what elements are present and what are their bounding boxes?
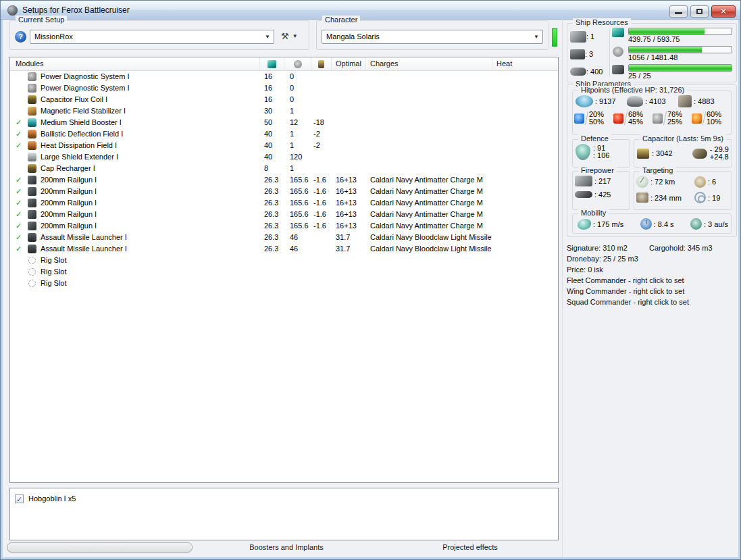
table-row[interactable]: ✓ 200mm Railgun I 26.3 165.6 -1.6 16+13 … <box>10 186 558 197</box>
module-charge <box>366 151 492 163</box>
character-dropdown[interactable]: Mangala Solaris ▼ <box>322 30 543 44</box>
drone-usage: 25 / 25 <box>628 72 651 80</box>
table-row[interactable]: ✓ Ballistic Deflection Field I 40 1 -2 <box>10 128 558 140</box>
module-cpu: 50 <box>260 117 284 128</box>
module-charge <box>366 163 492 174</box>
header-powergrid[interactable] <box>284 57 311 70</box>
module-pg: 165.6 <box>284 209 311 220</box>
table-row[interactable]: ✓ 200mm Railgun I 26.3 165.6 -1.6 16+13 … <box>10 174 558 186</box>
module-active-check: ✓ <box>16 232 28 243</box>
table-row[interactable]: ✓ Assault Missile Launcher I 26.3 46 31.… <box>10 243 558 255</box>
module-pg: 165.6 <box>284 220 311 232</box>
table-row[interactable]: ✓ Heat Dissipation Field I 40 1 -2 <box>10 140 558 151</box>
close-button[interactable]: ✕ <box>711 5 736 18</box>
table-row[interactable]: Large Shield Extender I 40 120 <box>10 151 558 163</box>
title-bar[interactable]: Setups for Ferox Battlecruiser ✕ <box>1 1 740 20</box>
module-optimal <box>332 105 366 117</box>
drone-bandwidth-icon <box>612 65 624 74</box>
table-row[interactable]: ✓ Assault Missile Launcher I 26.3 46 31.… <box>10 232 558 243</box>
max-velocity: : 175 m/s <box>593 220 623 228</box>
module-charge <box>366 117 492 128</box>
armor-hp: : 4103 <box>645 97 666 105</box>
header-cpu[interactable] <box>260 57 284 70</box>
module-active-check: ✓ <box>16 128 28 140</box>
header-modules[interactable]: Modules <box>10 57 260 70</box>
module-charge <box>366 82 492 94</box>
align-time: : 8.4 s <box>654 220 674 228</box>
module-cap: -1.6 <box>311 174 332 186</box>
hull-hp-icon <box>678 95 692 107</box>
table-row[interactable]: ✓ Medium Shield Booster I 50 12 -18 <box>10 117 558 128</box>
shield-hp-icon <box>576 95 593 107</box>
minimize-button[interactable] <box>669 5 688 18</box>
module-heat <box>492 128 558 140</box>
railgun-icon <box>28 222 36 230</box>
setup-tools-button[interactable]: ⚒▼ <box>278 30 307 44</box>
module-pg: 1 <box>284 140 311 151</box>
table-row[interactable]: Magnetic Field Stabilizer I 30 1 <box>10 105 558 117</box>
module-name: Assault Missile Launcher I <box>41 243 127 255</box>
table-row[interactable]: Power Diagnostic System I 16 0 <box>10 82 558 94</box>
active-drones-button[interactable]: Active drones: 5 / 5 <box>7 542 193 553</box>
table-row[interactable]: Rig Slot <box>10 278 558 289</box>
railgun-icon <box>28 176 36 184</box>
header-heat[interactable]: Heat <box>492 57 558 70</box>
module-charge <box>366 140 492 151</box>
header-capacitor[interactable] <box>311 57 332 70</box>
launcher-icon <box>28 245 36 253</box>
table-row[interactable]: ✓ 200mm Railgun I 26.3 165.6 -1.6 16+13 … <box>10 209 558 220</box>
module-optimal <box>332 163 366 174</box>
scan-resolution-icon <box>636 193 648 203</box>
table-row[interactable]: ✓ 200mm Railgun I 26.3 165.6 -1.6 16+13 … <box>10 220 558 232</box>
sensor-strength: : 19 <box>708 194 720 202</box>
railgun-icon <box>28 210 36 219</box>
thermal-icon <box>613 113 623 124</box>
module-cap <box>311 71 332 82</box>
wing-commander-setter[interactable]: Wing Commander - right click to set <box>567 286 736 297</box>
module-active-check: ✓ <box>16 220 28 232</box>
table-row[interactable]: Power Diagnostic System I 16 0 <box>10 71 558 82</box>
current-setup-dropdown[interactable]: MissionRox ▼ <box>30 30 274 44</box>
module-name: 200mm Railgun I <box>41 220 97 232</box>
module-pg: 120 <box>284 151 311 163</box>
shield-hp: : 9137 <box>595 97 616 105</box>
fleet-commander-setter[interactable]: Fleet Commander - right click to set <box>567 275 736 286</box>
targeting-range: : 72 km <box>650 178 675 186</box>
module-name: Heat Dissipation Field I <box>41 140 117 151</box>
warp-speed-icon <box>690 218 702 230</box>
module-charge <box>366 105 492 117</box>
drone-list-item[interactable]: ✓ Hobgoblin I x5 <box>15 492 558 505</box>
header-charges[interactable]: Charges <box>366 57 492 70</box>
module-active-check: ✓ <box>16 197 28 209</box>
table-row[interactable]: Rig Slot <box>10 266 558 278</box>
firepower-group: Firepower : 217 : 425 <box>572 171 630 210</box>
module-cap <box>311 266 332 278</box>
projected-effects-expander[interactable]: Projected effects <box>378 543 562 551</box>
defence-title: Defence <box>578 134 611 143</box>
warp-speed: : 3 au/s <box>704 220 728 228</box>
table-row[interactable]: Rig Slot <box>10 255 558 266</box>
capacitor-amount: : 3042 <box>652 149 673 157</box>
app-icon <box>7 5 18 16</box>
rig-icon <box>28 280 36 287</box>
maximize-button[interactable] <box>690 5 709 18</box>
module-heat <box>492 197 558 209</box>
table-row[interactable]: Cap Recharger I 8 1 <box>10 163 558 174</box>
help-icon[interactable]: ? <box>15 31 26 43</box>
hitpoints-group: Hitpoints (Effective HP: 31,726) : 9137 … <box>572 91 732 135</box>
drone-checkbox[interactable]: ✓ <box>15 494 24 503</box>
module-heat <box>492 232 558 243</box>
module-charge: Caldari Navy Antimatter Charge M <box>366 186 492 197</box>
squad-commander-setter[interactable]: Squad Commander - right click to set <box>567 297 736 307</box>
module-heat <box>492 243 558 255</box>
boosters-implants-expander[interactable]: Boosters and Implants <box>195 543 378 551</box>
module-cap <box>311 163 332 174</box>
chevron-down-icon: ▼ <box>534 30 539 44</box>
module-charge: Caldari Navy Bloodclaw Light Missile <box>366 232 492 243</box>
module-pg <box>284 266 311 278</box>
table-row[interactable]: ✓ 200mm Railgun I 26.3 165.6 -1.6 16+13 … <box>10 197 558 209</box>
header-optimal[interactable]: Optimal <box>332 57 366 70</box>
max-targets-icon <box>694 176 706 188</box>
table-row[interactable]: Capacitor Flux Coil I 16 0 <box>10 94 558 105</box>
module-rows: Power Diagnostic System I 16 0 Power Dia… <box>10 71 558 289</box>
